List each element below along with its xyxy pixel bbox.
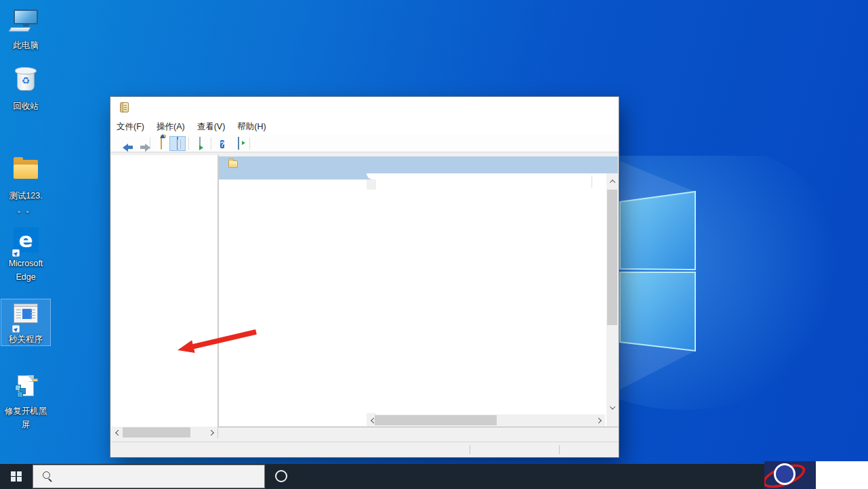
shortcut-arrow-icon [12, 325, 20, 333]
maximize-button[interactable] [556, 97, 587, 119]
watermark [764, 461, 868, 489]
console-tree-button[interactable] [169, 136, 186, 151]
quick-close-app-icon [11, 303, 41, 332]
chevron-left-icon [115, 429, 121, 435]
console-tree-icon [177, 137, 178, 150]
gpedit-window: 文件(F)操作(A)查看(V)帮助(H) ? [110, 97, 619, 457]
properties-button[interactable] [230, 136, 247, 151]
up-one-level-icon [161, 137, 162, 150]
menu-help[interactable]: 帮助(H) [231, 119, 272, 135]
minimize-button[interactable] [525, 97, 556, 119]
export-list-icon [199, 137, 201, 150]
status-divider [559, 445, 560, 454]
desktop-icon-label: 秒关程序 [1, 334, 50, 345]
gpedit-app-icon [120, 102, 129, 112]
recycle-bin-icon: ♻ [11, 70, 41, 99]
properties-icon [238, 137, 239, 150]
monitor-stand [23, 24, 29, 26]
header-band-tongue [219, 173, 376, 179]
column-divider[interactable] [592, 175, 592, 188]
tree-horizontal-scrollbar[interactable] [111, 427, 218, 438]
description-area [219, 179, 367, 426]
scroll-up-button[interactable] [606, 175, 618, 187]
forward-button[interactable] [131, 136, 147, 151]
folder-icon [228, 161, 238, 168]
chevron-down-icon [609, 404, 615, 409]
ms-edge-icon: e [11, 228, 41, 256]
desktop: 此电脑♻回收站测试123.。。eMicrosoftEdge秒关程序修复开机黑屏 … [0, 0, 868, 489]
this-pc-icon [11, 9, 41, 38]
status-divider [470, 445, 470, 454]
scrollbar-thumb[interactable] [375, 415, 497, 425]
chevron-right-icon [596, 417, 601, 423]
desktop-icon-this-pc[interactable]: 此电脑 [1, 8, 51, 51]
shortcut-arrow-icon [12, 249, 20, 257]
export-list-button[interactable] [192, 136, 208, 151]
cortana-icon[interactable] [275, 470, 287, 482]
menu-file[interactable]: 文件(F) [110, 119, 150, 135]
fix-black-screen-icon [11, 375, 41, 404]
desktop-icon-label: 屏 [1, 419, 51, 431]
scrollbar-thumb[interactable] [123, 427, 190, 438]
desktop-icon-test-folder[interactable]: 测试123.。。 [1, 154, 51, 215]
search-icon [43, 471, 53, 482]
wallpaper-windows-logo [610, 156, 868, 413]
menu-action[interactable]: 操作(A) [150, 119, 191, 135]
taskbar-search[interactable] [33, 465, 265, 488]
desktop-icon-recycle-bin[interactable]: ♻回收站 [1, 66, 51, 112]
annotation-arrow [175, 329, 259, 355]
help-button[interactable]: ? [214, 136, 230, 151]
keyboard-icon [8, 27, 31, 32]
recycle-bin-icon: ♻ [17, 70, 35, 91]
search-input[interactable] [60, 471, 249, 482]
start-button[interactable] [0, 464, 33, 489]
desktop-icon-label: 此电脑 [1, 40, 51, 51]
taskbar [0, 464, 868, 489]
scroll-left-button[interactable] [111, 427, 123, 438]
registry-file-icon [18, 375, 34, 396]
desktop-icon-label: 回收站 [1, 101, 51, 112]
close-button[interactable] [587, 97, 619, 119]
toolbar: ? [110, 135, 619, 152]
desktop-icon-label: 。。 [1, 204, 51, 215]
settings-list [367, 190, 605, 413]
window-titlebar[interactable] [110, 97, 619, 119]
up-one-level-button[interactable] [153, 136, 169, 151]
desktop-icon-label: Microsoft [1, 258, 51, 270]
toolbar-separator [211, 137, 211, 150]
help-icon: ? [220, 137, 225, 150]
scroll-right-button[interactable] [206, 427, 218, 438]
list-horizontal-scrollbar[interactable] [367, 414, 605, 426]
desktop-icon-label: 修复开机黑 [1, 406, 51, 417]
scroll-down-button[interactable] [606, 402, 618, 413]
toolbar-separator [188, 137, 189, 150]
recycle-symbol-icon: ♻ [18, 76, 34, 85]
desktop-icon-quick-close-app[interactable]: 秒关程序 [1, 299, 51, 346]
menu-bar: 文件(F)操作(A)查看(V)帮助(H) [110, 119, 619, 135]
menu-view[interactable]: 查看(V) [191, 119, 232, 135]
test-folder-icon [11, 160, 41, 188]
filter-button[interactable] [253, 136, 269, 151]
desktop-icon-label: 测试123. [1, 190, 51, 202]
toolbar-separator [249, 137, 250, 150]
chevron-right-icon [208, 429, 213, 435]
console-tree-panel [111, 155, 218, 438]
status-bar [111, 442, 618, 456]
chevron-up-icon [609, 179, 615, 185]
watermark-logo [774, 463, 795, 485]
content-header-band [219, 156, 618, 173]
view-tabs-row [218, 427, 618, 442]
monitor-icon [14, 9, 38, 24]
windows-logo-icon [11, 471, 22, 482]
list-vertical-scrollbar[interactable] [606, 175, 618, 413]
folder-icon [14, 160, 38, 179]
desktop-icon-fix-black-screen[interactable]: 修复开机黑屏 [1, 372, 51, 431]
back-button[interactable] [115, 136, 131, 151]
desktop-icon-ms-edge[interactable]: eMicrosoftEdge [1, 226, 51, 283]
scroll-right-button[interactable] [594, 414, 605, 426]
app-window-icon [14, 303, 38, 323]
desktop-icon-label: Edge [1, 272, 51, 283]
scrollbar-thumb[interactable] [607, 190, 617, 325]
